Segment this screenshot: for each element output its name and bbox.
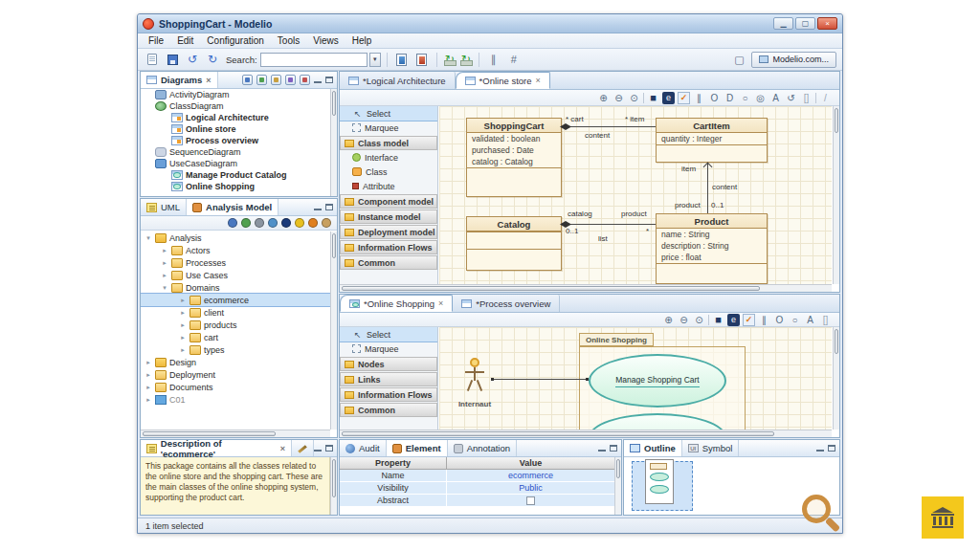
palette-item[interactable]: Marquee [340, 121, 437, 135]
class-shoppingcart[interactable]: ShoppingCart validated : booleanpurchase… [466, 118, 562, 197]
class-diagram-canvas[interactable]: ShoppingCart validated : booleanpurchase… [439, 106, 832, 284]
collapse-all-icon[interactable] [256, 75, 267, 85]
twisty-icon[interactable] [179, 321, 187, 329]
twisty-icon[interactable] [161, 272, 168, 279]
tree-item[interactable]: types [141, 343, 330, 356]
tree-item[interactable]: client [141, 306, 330, 319]
twisty-icon[interactable] [179, 346, 187, 354]
update-model-icon[interactable]: ↻ [443, 53, 457, 67]
link-editor-icon[interactable] [242, 75, 253, 85]
twisty-icon[interactable] [145, 396, 152, 404]
analysis-model-tab[interactable]: Analysis Model [187, 199, 278, 215]
grid-table-icon[interactable]: ■ [712, 314, 724, 326]
close-tab-icon[interactable]: × [536, 76, 541, 85]
class-catalog[interactable]: Catalog [466, 216, 562, 271]
minimize-view-icon[interactable] [314, 445, 322, 452]
library-icon[interactable] [322, 218, 331, 228]
maximize-view-icon[interactable] [325, 445, 333, 452]
maximize-view-icon[interactable] [828, 445, 835, 452]
maximize-view-icon[interactable] [325, 204, 333, 210]
palette-item[interactable]: Marquee [340, 342, 437, 356]
palette-item[interactable]: Select [340, 106, 437, 121]
tree-item[interactable]: Design [141, 356, 330, 368]
embedded-editor-icon[interactable]: e [727, 314, 740, 326]
palette-item[interactable]: Interface [340, 150, 437, 165]
table-row[interactable]: Name ecommerce [340, 470, 614, 482]
tree-item[interactable]: Process overview [141, 135, 330, 146]
zoom-original-icon[interactable]: ⊙ [693, 314, 705, 326]
save-icon[interactable] [164, 52, 181, 68]
tree-item[interactable]: Use Cases [141, 269, 330, 281]
minimize-view-icon[interactable] [314, 77, 322, 83]
palette-item[interactable]: Attribute [340, 179, 437, 193]
minimize-button[interactable]: ▁ [773, 17, 793, 30]
titlebar[interactable]: ShoppingCart - Modelio ▁ ▢ × [138, 14, 842, 33]
brackets-icon[interactable]: [] [819, 314, 832, 326]
grid-table-icon[interactable]: ■ [647, 92, 659, 104]
shield-icon[interactable]: O [773, 314, 786, 326]
outline-viewport[interactable] [645, 459, 674, 504]
audit-tab[interactable]: Audit [340, 440, 387, 456]
association-cart-item[interactable] [562, 126, 656, 127]
separator[interactable] [708, 315, 709, 325]
tree-item[interactable]: Logical Architecture [141, 112, 330, 123]
element-scrollbar[interactable] [614, 457, 621, 515]
tab-online-store[interactable]: *Online store × [456, 72, 550, 89]
close-tab-icon[interactable]: × [438, 298, 443, 308]
filter-yellow-icon[interactable] [295, 218, 304, 228]
rotate-icon[interactable]: ↺ [785, 92, 797, 104]
association-catalog-product[interactable] [562, 224, 656, 225]
circle-icon[interactable]: ○ [739, 92, 751, 104]
close-icon[interactable]: × [206, 76, 211, 85]
tree-item[interactable]: C01 [141, 393, 330, 406]
tree-item[interactable]: cart [141, 331, 330, 343]
search-input[interactable] [260, 53, 368, 67]
tree-item[interactable]: Domains [141, 281, 330, 294]
menu-item[interactable]: File [142, 33, 170, 48]
twisty-icon[interactable] [145, 371, 152, 379]
menu-item[interactable]: Tools [271, 33, 306, 48]
twisty-icon[interactable] [179, 309, 187, 317]
canvas-hscrollbar[interactable] [340, 284, 832, 292]
close-icon[interactable]: × [280, 444, 285, 453]
palette-item[interactable]: Common [340, 255, 437, 270]
target-icon[interactable]: ◎ [754, 92, 767, 104]
maximize-view-icon[interactable] [325, 77, 333, 83]
zoom-in-icon[interactable]: ⊕ [597, 92, 610, 104]
tab-process-overview[interactable]: *Process overview [453, 295, 560, 312]
twisty-icon[interactable] [161, 247, 168, 254]
zoom-in-icon[interactable]: ⊕ [662, 314, 675, 326]
tree-item[interactable]: UseCaseDiagram [141, 158, 330, 169]
abstract-checkbox[interactable] [526, 496, 535, 505]
circle-icon[interactable]: ○ [789, 314, 801, 326]
minimize-view-icon[interactable] [816, 445, 824, 452]
tree-item[interactable]: Online Shopping [141, 181, 330, 192]
shield-icon[interactable]: O [708, 92, 721, 104]
brackets-icon[interactable]: [] [800, 92, 813, 104]
palette-item[interactable]: Component model [340, 194, 437, 209]
tree-item[interactable]: Manage Product Catalog [141, 169, 330, 181]
tab-online-shopping[interactable]: *Online Shopping × [340, 295, 453, 312]
twisty-icon[interactable] [145, 359, 152, 366]
diagrams-tab[interactable]: Diagrams × [141, 72, 218, 88]
tree-item[interactable]: Analysis [141, 231, 330, 244]
tree-item[interactable]: SequenceDiagram [141, 146, 330, 158]
value-column-header[interactable]: Value [447, 457, 614, 470]
tree-item[interactable]: ClassDiagram [141, 100, 330, 112]
palette-item[interactable]: Deployment model [340, 225, 437, 239]
class-cartitem[interactable]: CartItem quantity : Integer [656, 118, 768, 163]
edit-description-tab[interactable] [292, 440, 314, 456]
description-text[interactable]: This package contains all the classes re… [141, 457, 330, 515]
description-tab[interactable]: Description of 'ecommerce' × [141, 440, 292, 456]
table-row[interactable]: Visibility Public [340, 482, 614, 495]
element-tab[interactable]: Element [387, 440, 448, 456]
palette-item[interactable]: Class [340, 165, 437, 179]
report-icon[interactable] [413, 52, 431, 68]
embedded-editor-icon[interactable]: e [662, 92, 675, 104]
maximize-view-icon[interactable] [610, 445, 617, 452]
model-hscrollbar[interactable] [141, 430, 330, 437]
twisty-icon[interactable] [145, 234, 152, 242]
twisty-icon[interactable] [161, 284, 168, 292]
twisty-icon[interactable] [161, 259, 168, 267]
refresh-icon[interactable] [241, 218, 251, 228]
